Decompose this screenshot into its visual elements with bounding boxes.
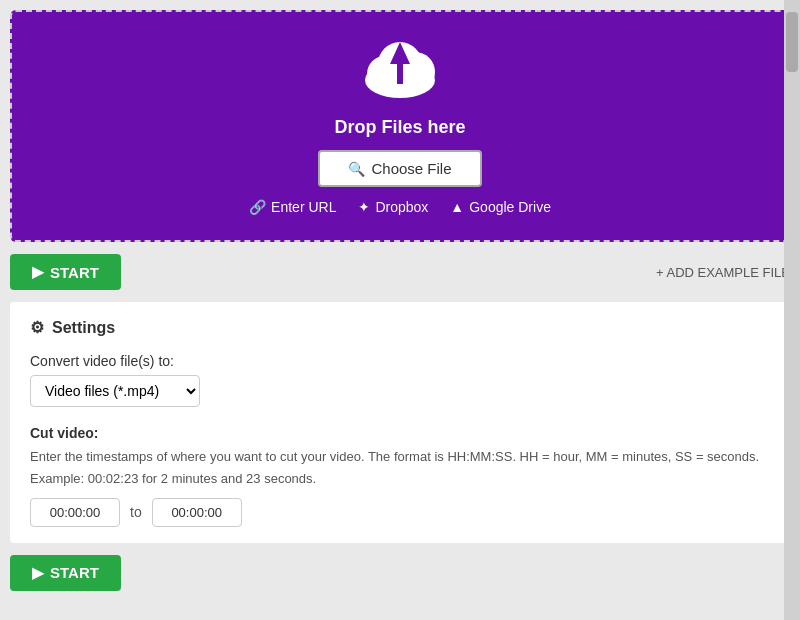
time-range: to <box>30 498 770 527</box>
cut-video-example: Example: 00:02:23 for 2 minutes and 23 s… <box>30 471 770 486</box>
start-button-bottom[interactable]: ▶ START <box>10 555 121 591</box>
convert-label: Convert video file(s) to: <box>30 353 770 369</box>
search-icon: 🔍 <box>348 161 365 177</box>
top-toolbar: ▶ START + ADD EXAMPLE FILE <box>10 242 790 302</box>
cut-video-desc: Enter the timestamps of where you want t… <box>30 447 770 467</box>
convert-format-row: Convert video file(s) to: Video files (*… <box>30 353 770 407</box>
drop-files-text: Drop Files here <box>334 117 465 138</box>
dropbox-link[interactable]: ✦ Dropbox <box>358 199 428 215</box>
bottom-toolbar: ▶ START <box>10 543 790 591</box>
drop-zone[interactable]: Drop Files here 🔍 Choose File 🔗 Enter UR… <box>10 10 790 242</box>
settings-panel: ⚙ Settings Convert video file(s) to: Vid… <box>10 302 790 543</box>
dropbox-icon: ✦ <box>358 199 370 215</box>
choose-file-button[interactable]: 🔍 Choose File <box>318 150 481 187</box>
time-to-input[interactable] <box>152 498 242 527</box>
play-icon-bottom: ▶ <box>32 564 44 582</box>
scrollbar-thumb[interactable] <box>786 12 798 72</box>
link-icon: 🔗 <box>249 199 266 215</box>
gear-icon: ⚙ <box>30 318 44 337</box>
drop-links: 🔗 Enter URL ✦ Dropbox ▲ Google Drive <box>249 199 551 215</box>
enter-url-link[interactable]: 🔗 Enter URL <box>249 199 336 215</box>
play-icon-top: ▶ <box>32 263 44 281</box>
time-to-label: to <box>130 504 142 520</box>
convert-format-select[interactable]: Video files (*.mp4) Video files (*.avi) … <box>30 375 200 407</box>
add-example-link[interactable]: + ADD EXAMPLE FILE <box>656 265 790 280</box>
start-button-top[interactable]: ▶ START <box>10 254 121 290</box>
cut-video-section: Cut video: Enter the timestamps of where… <box>30 425 770 527</box>
settings-title: ⚙ Settings <box>30 318 770 337</box>
drive-icon: ▲ <box>450 199 464 215</box>
scrollbar[interactable] <box>784 0 800 620</box>
cut-video-title: Cut video: <box>30 425 770 441</box>
time-from-input[interactable] <box>30 498 120 527</box>
choose-file-label: Choose File <box>371 160 451 177</box>
google-drive-link[interactable]: ▲ Google Drive <box>450 199 551 215</box>
